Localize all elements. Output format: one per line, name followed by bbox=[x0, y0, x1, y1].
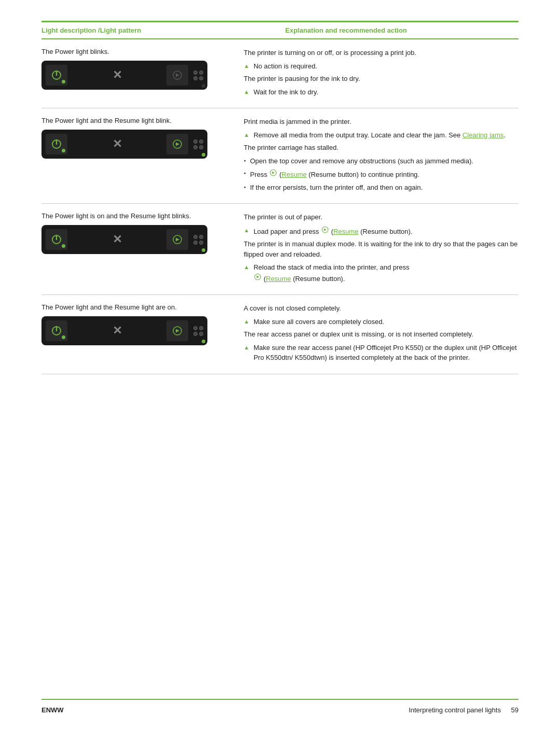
bullet-text: Make sure all covers are completely clos… bbox=[254, 317, 384, 327]
description-text: Print media is jammed in the printer. bbox=[244, 117, 519, 127]
resume-button-panel bbox=[166, 320, 188, 341]
indicator-dot-1 bbox=[193, 326, 198, 330]
indicator-dot-4 bbox=[199, 241, 203, 245]
printer-panel: ✕ bbox=[41, 316, 207, 345]
indicator-dot-4 bbox=[199, 145, 203, 149]
cancel-area: ✕ bbox=[71, 324, 163, 338]
light-description: The Power light and the Resume light bli… bbox=[41, 117, 223, 124]
resume-link[interactable]: Resume bbox=[282, 171, 306, 178]
resume-led bbox=[202, 84, 205, 88]
right-content: The printer is out of paper.▲Load paper … bbox=[244, 212, 519, 284]
printer-panel: ✕ bbox=[41, 61, 207, 90]
resume-button-panel bbox=[166, 229, 188, 250]
indicator-dots bbox=[193, 235, 203, 245]
col-left: The Power light and the Resume light are… bbox=[41, 303, 233, 366]
power-button bbox=[46, 229, 67, 250]
bullet-text: Load paper and press (Resume (Resume but… bbox=[254, 226, 413, 237]
indicator-dot-3 bbox=[193, 76, 198, 80]
description-text: The printer is pausing for the ink to dr… bbox=[244, 74, 519, 84]
printer-panel: ✕ bbox=[41, 225, 207, 254]
round-bullet-icon: ● bbox=[244, 171, 246, 176]
x-icon: ✕ bbox=[113, 233, 122, 246]
description-text: The printer carriage has stalled. bbox=[244, 143, 519, 153]
resume-link[interactable]: Resume bbox=[333, 228, 358, 235]
indicator-dot-3 bbox=[193, 241, 198, 245]
bullet-text: Open the top cover and remove any obstru… bbox=[250, 156, 473, 166]
x-icon: ✕ bbox=[113, 68, 122, 82]
cancel-area: ✕ bbox=[71, 137, 163, 151]
footer-right: Interpreting control panel lights 59 bbox=[409, 706, 519, 714]
resume-icon-inline bbox=[254, 273, 262, 281]
bullet-item-triangle-resume2: ▲Reload the stack of media into the prin… bbox=[244, 262, 519, 284]
printer-panel: ✕ bbox=[41, 130, 207, 159]
indicator-dot-2 bbox=[199, 71, 203, 75]
table-row: The Power light blinks. ✕ The printer is… bbox=[41, 39, 519, 108]
indicator-dot-4 bbox=[199, 332, 203, 336]
bullet-text: Reload the stack of media into the print… bbox=[254, 262, 410, 284]
table-row: The Power light and the Resume light bli… bbox=[41, 108, 519, 204]
light-description: The Power light and the Resume light are… bbox=[41, 303, 223, 311]
indicator-dot-1 bbox=[193, 235, 198, 239]
resume-led bbox=[202, 153, 205, 157]
table-row: The Power light is on and the Resume lig… bbox=[41, 204, 519, 295]
right-content: A cover is not closed completely.▲Make s… bbox=[244, 303, 519, 363]
indicator-dot-2 bbox=[199, 326, 203, 330]
resume-button-panel bbox=[166, 65, 188, 86]
power-led bbox=[62, 149, 65, 152]
col-left: The Power light blinks. ✕ bbox=[41, 48, 233, 100]
bullet-text: Make sure the rear access panel (HP Offi… bbox=[254, 343, 519, 363]
table-body: The Power light blinks. ✕ The printer is… bbox=[41, 39, 519, 374]
triangle-icon: ▲ bbox=[244, 343, 249, 352]
description-text: The printer is turning on or off, or is … bbox=[244, 48, 519, 58]
resume-link[interactable]: Resume bbox=[266, 275, 291, 283]
col-right: The printer is turning on or off, or is … bbox=[233, 48, 519, 100]
indicator-dot-2 bbox=[199, 235, 203, 239]
power-led bbox=[62, 335, 65, 339]
cancel-area: ✕ bbox=[71, 233, 163, 246]
col-right: The printer is out of paper.▲Load paper … bbox=[233, 212, 519, 286]
round-bullet-icon: ● bbox=[244, 158, 246, 164]
indicator-dots bbox=[193, 139, 203, 149]
light-description: The Power light is on and the Resume lig… bbox=[41, 212, 223, 220]
triangle-icon: ▲ bbox=[244, 62, 249, 71]
bullet-item-triangle: ▲Make sure all covers are completely clo… bbox=[244, 317, 519, 327]
description-text: The rear access panel or duplex unit is … bbox=[244, 329, 519, 340]
bullet-item-triangle-resume: ▲Load paper and press (Resume (Resume bu… bbox=[244, 226, 519, 237]
description-text: The printer is in manual duplex mode. It… bbox=[244, 239, 519, 259]
bullet-text: Remove all media from the output tray. L… bbox=[254, 130, 506, 140]
bullet-text: Press (Resume (Resume button) to continu… bbox=[250, 168, 419, 180]
bullet-text: If the error persists, turn the printer … bbox=[250, 182, 423, 193]
bullet-item-round-resume: ●Press (Resume (Resume button) to contin… bbox=[244, 168, 519, 180]
clearing-jams-link[interactable]: Clearing jams bbox=[463, 131, 503, 139]
bullet-item-triangle: ▲No action is required. bbox=[244, 61, 519, 72]
col-right: A cover is not closed completely.▲Make s… bbox=[233, 303, 519, 366]
resume-icon-inline bbox=[321, 226, 329, 234]
indicator-dot-1 bbox=[193, 139, 198, 144]
light-description: The Power light blinks. bbox=[41, 48, 223, 55]
triangle-icon: ▲ bbox=[244, 263, 249, 272]
resume-icon-inline bbox=[269, 168, 277, 177]
triangle-icon: ▲ bbox=[244, 226, 249, 235]
indicator-dots bbox=[193, 71, 203, 80]
cancel-area: ✕ bbox=[71, 68, 163, 82]
table-row: The Power light and the Resume light are… bbox=[41, 295, 519, 374]
indicator-dot-4 bbox=[199, 76, 203, 80]
x-icon: ✕ bbox=[113, 137, 122, 151]
right-content: Print media is jammed in the printer.▲Re… bbox=[244, 117, 519, 192]
page: Light description /Light pattern Explana… bbox=[0, 0, 560, 745]
indicator-dot-3 bbox=[193, 145, 198, 149]
indicator-dots bbox=[193, 326, 203, 336]
header-col1: Light description /Light pattern bbox=[41, 26, 275, 34]
footer-enww: ENWW bbox=[41, 706, 64, 714]
indicator-dot-2 bbox=[199, 139, 203, 144]
table-header: Light description /Light pattern Explana… bbox=[41, 22, 519, 39]
col-right: Print media is jammed in the printer.▲Re… bbox=[233, 117, 519, 195]
resume-led bbox=[202, 248, 205, 252]
power-button bbox=[46, 320, 67, 341]
triangle-icon: ▲ bbox=[244, 131, 249, 139]
description-text: The printer is out of paper. bbox=[244, 212, 519, 222]
bullet-item-round: ●If the error persists, turn the printer… bbox=[244, 182, 519, 193]
bullet-text: No action is required. bbox=[254, 61, 317, 72]
col-left: The Power light and the Resume light bli… bbox=[41, 117, 233, 195]
bullet-item-triangle: ▲Remove all media from the output tray. … bbox=[244, 130, 519, 140]
